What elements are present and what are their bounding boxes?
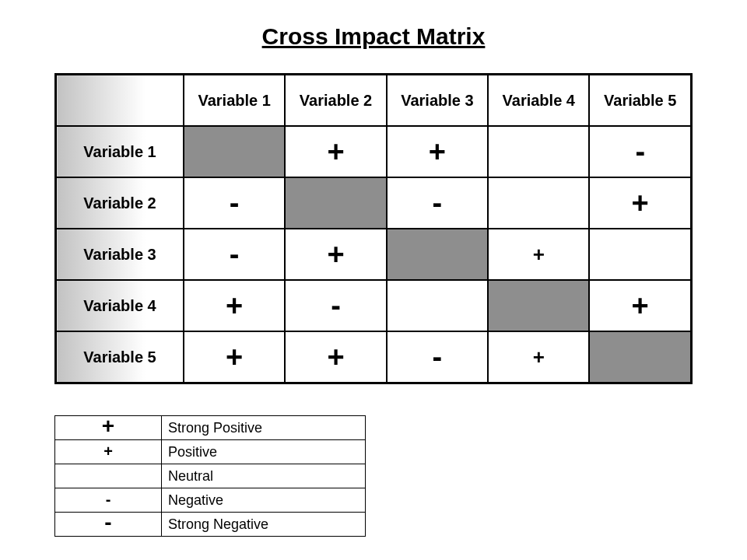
cell [589, 229, 691, 280]
cell: + [488, 331, 589, 383]
row-header: Variable 1 [56, 126, 184, 177]
legend-symbol [55, 464, 162, 488]
cell: + [589, 280, 691, 331]
col-header: Variable 4 [488, 75, 589, 127]
cell: + [285, 229, 386, 280]
cell: - [589, 126, 691, 177]
row-header: Variable 2 [56, 177, 184, 229]
cell: + [184, 280, 285, 331]
legend-row: +Positive [55, 440, 366, 464]
legend-label: Negative [162, 488, 366, 513]
legend-table: +Strong Positive +Positive Neutral -Nega… [54, 415, 366, 537]
legend-row: -Strong Negative [55, 513, 366, 537]
impact-matrix: Variable 1 Variable 2 Variable 3 Variabl… [54, 73, 693, 384]
cell [589, 331, 691, 383]
table-row: Variable 1 + + - [56, 126, 692, 177]
legend-symbol: + [55, 440, 162, 464]
cell: + [488, 229, 589, 280]
col-header: Variable 2 [285, 75, 386, 127]
cell [285, 177, 386, 229]
col-header: Variable 5 [589, 75, 691, 127]
cell: + [285, 126, 386, 177]
legend-row: +Strong Positive [55, 416, 366, 440]
row-header: Variable 3 [56, 229, 184, 280]
legend-symbol: - [55, 513, 162, 537]
table-row: Variable 5 + + - + [56, 331, 692, 383]
cell [488, 126, 589, 177]
legend-label: Strong Positive [162, 416, 366, 440]
col-header: Variable 1 [184, 75, 285, 127]
table-row: Variable 4 + - + [56, 280, 692, 331]
cell: + [387, 126, 488, 177]
cell [387, 229, 488, 280]
cell: + [184, 331, 285, 383]
table-row: Variable 2 - - + [56, 177, 692, 229]
cell [488, 280, 589, 331]
cell [387, 280, 488, 331]
row-header: Variable 5 [56, 331, 184, 383]
legend-row: -Negative [55, 488, 366, 513]
cell: - [285, 280, 386, 331]
cell: + [285, 331, 386, 383]
header-row: Variable 1 Variable 2 Variable 3 Variabl… [56, 75, 692, 127]
legend-row: Neutral [55, 464, 366, 488]
cell [488, 177, 589, 229]
page-title: Cross Impact Matrix [54, 23, 693, 50]
cell: - [184, 177, 285, 229]
corner-cell [56, 75, 184, 127]
legend-label: Strong Negative [162, 513, 366, 537]
cell: - [387, 177, 488, 229]
cell [184, 126, 285, 177]
legend-label: Positive [162, 440, 366, 464]
legend-label: Neutral [162, 464, 366, 488]
legend-symbol: - [55, 488, 162, 513]
cell: - [184, 229, 285, 280]
cell: + [589, 177, 691, 229]
cell: - [387, 331, 488, 383]
col-header: Variable 3 [387, 75, 488, 127]
table-row: Variable 3 - + + [56, 229, 692, 280]
legend-symbol: + [55, 416, 162, 440]
row-header: Variable 4 [56, 280, 184, 331]
